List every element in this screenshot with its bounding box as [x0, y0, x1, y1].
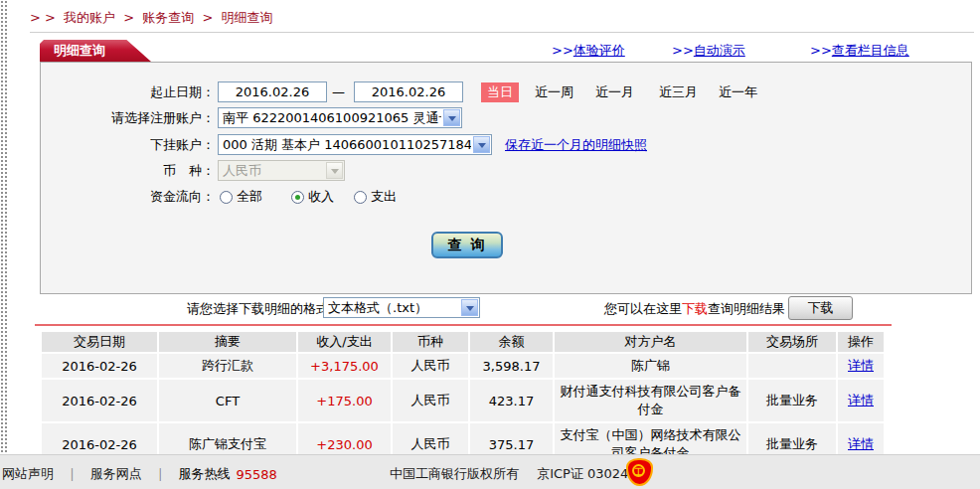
quick-range-today[interactable]: 当日 — [481, 82, 519, 102]
quick-range-year[interactable]: 近一年 — [719, 83, 757, 101]
quick-range-week[interactable]: 近一周 — [535, 83, 573, 101]
site-statement-link[interactable]: 网站声明 — [2, 465, 54, 483]
hotline-label: 服务热线 — [178, 465, 230, 483]
cell-currency: 人民币 — [393, 354, 468, 378]
sub-account-value: 000 活期 基本户 1406600101102571848 — [223, 135, 471, 154]
link-prefix: >> — [810, 43, 832, 58]
sub-account-row: 下挂账户： 000 活期 基本户 1406600101102571848 保存近… — [41, 134, 971, 156]
download-hint-after: 查询明细结果 — [708, 301, 785, 316]
breadcrumb-separator: > — [202, 10, 213, 25]
col-header-balance: 余额 — [470, 332, 553, 352]
quick-range-month[interactable]: 近一月 — [595, 83, 634, 101]
breadcrumb-item-detail-query[interactable]: 明细查询 — [221, 10, 272, 25]
download-format-select[interactable]: 文本格式（.txt） — [323, 297, 480, 318]
col-header-amount: 收入/支出 — [298, 332, 391, 352]
cell-balance: 423.17 — [470, 380, 553, 421]
detail-link[interactable]: 详情 — [848, 393, 874, 408]
auto-demo-link[interactable]: >>自动演示 — [672, 42, 745, 60]
cell-amount: +175.00 — [298, 380, 391, 421]
link-label: 体验评价 — [573, 43, 625, 58]
col-header-counterparty: 对方户名 — [555, 332, 746, 352]
table-header-row: 交易日期 摘要 收入/支出 币种 余额 对方户名 交易场所 操作 — [42, 332, 884, 352]
download-button[interactable]: 下载 — [788, 296, 853, 320]
date-range-dash: — — [332, 82, 345, 103]
registered-account-label: 请选择注册账户： — [41, 107, 215, 129]
header-divider — [30, 32, 974, 33]
radio-icon — [291, 191, 304, 204]
cell-currency: 人民币 — [393, 380, 468, 421]
cell-balance: 3,598.17 — [470, 354, 553, 378]
link-prefix: >> — [552, 43, 573, 58]
cell-venue: 批量业务 — [748, 380, 836, 421]
date-range-label: 起止日期： — [41, 82, 215, 103]
col-header-venue: 交易场所 — [748, 332, 836, 352]
date-to-input[interactable] — [354, 82, 463, 102]
left-dotted-divider — [0, 0, 7, 455]
table-row: 2016-02-26 跨行汇款 +3,175.00 人民币 3,598.17 陈… — [42, 354, 884, 378]
radio-icon — [354, 191, 367, 204]
link-label: 自动演示 — [694, 43, 745, 58]
query-button[interactable]: 查 询 — [431, 232, 503, 258]
link-prefix: >> — [672, 43, 694, 58]
cell-venue — [748, 354, 836, 378]
flow-radio-income-label: 收入 — [308, 188, 334, 206]
service-branches-link[interactable]: 服务网点 — [90, 465, 142, 483]
col-header-action: 操作 — [838, 332, 884, 352]
page: > > 我的账户 > 账务查询 > 明细查询 明细查询 >>体验评价 >>自动演… — [0, 0, 980, 489]
date-from-input[interactable] — [218, 82, 327, 102]
footer: 网站声明 ｜ 服务网点 ｜ 服务热线 95588 中国工商银行版权所有 京ICP… — [0, 454, 980, 489]
footer-separator: ｜ — [66, 465, 79, 483]
radio-icon — [220, 191, 233, 204]
cell-summary: 跨行汇款 — [159, 354, 296, 378]
download-format-value: 文本格式（.txt） — [328, 298, 459, 317]
date-range-row: 起止日期： — 当日 近一周 近一月 近三月 近一年 — [41, 82, 971, 103]
currency-row: 币 种： 人民币 — [41, 160, 971, 182]
detail-link[interactable]: 详情 — [848, 436, 874, 451]
col-header-currency: 币种 — [393, 332, 468, 352]
panel-tab-title: 明细查询 — [40, 40, 151, 62]
flow-radio-all[interactable]: 全部 — [220, 188, 262, 206]
seal-emblem: 工 — [632, 464, 645, 477]
footer-copyright: 中国工商银行版权所有 京ICP证 030247号 — [390, 465, 650, 483]
cell-summary: CFT — [159, 380, 296, 421]
download-inline-link[interactable]: 下载 — [682, 301, 708, 316]
currency-value: 人民币 — [223, 161, 324, 180]
breadcrumb-item-my-account[interactable]: 我的账户 — [64, 10, 115, 25]
sub-account-select[interactable]: 000 活期 基本户 1406600101102571848 — [218, 134, 492, 155]
breadcrumb-separator: > — [123, 10, 134, 25]
footer-separator: ｜ — [154, 465, 167, 483]
registered-account-select[interactable]: 南平 6222001406100921065 灵通卡 — [218, 107, 462, 128]
save-snapshot-link[interactable]: 保存近一个月的明细快照 — [505, 136, 647, 154]
quick-range-quarter[interactable]: 近三月 — [659, 83, 698, 101]
flow-radio-expense[interactable]: 支出 — [354, 188, 397, 206]
cell-amount: +3,175.00 — [298, 354, 391, 378]
breadcrumb-prefix: > > — [30, 10, 56, 25]
download-hint: 您可以在这里下载查询明细结果 — [604, 300, 785, 318]
flow-radio-expense-label: 支出 — [371, 188, 397, 206]
breadcrumb-item-account-query[interactable]: 账务查询 — [142, 10, 194, 25]
flow-radio-income[interactable]: 收入 — [291, 188, 334, 206]
download-format-label: 请您选择下载明细的格式 — [187, 300, 329, 318]
copyright-text: 中国工商银行版权所有 — [390, 466, 519, 481]
chevron-down-icon — [326, 162, 343, 179]
breadcrumb: > > 我的账户 > 账务查询 > 明细查询 — [30, 9, 276, 27]
section-divider-line — [35, 324, 892, 326]
registered-account-value: 南平 6222001406100921065 灵通卡 — [223, 108, 441, 127]
experience-rating-link[interactable]: >>体验评价 — [552, 42, 625, 60]
currency-select: 人民币 — [218, 160, 345, 181]
cell-date: 2016-02-26 — [42, 354, 157, 378]
view-column-info-link[interactable]: >>查看栏目信息 — [810, 42, 909, 60]
registered-account-row: 请选择注册账户： 南平 6222001406100921065 灵通卡 — [41, 107, 971, 129]
currency-label: 币 种： — [41, 160, 215, 182]
hotline-number: 95588 — [236, 467, 276, 482]
flow-direction-row: 资金流向： 全部 收入 支出 — [41, 186, 971, 208]
flow-radio-all-label: 全部 — [237, 188, 262, 206]
detail-link[interactable]: 详情 — [848, 358, 874, 373]
transactions-table: 交易日期 摘要 收入/支出 币种 余额 对方户名 交易场所 操作 2016-02… — [40, 330, 886, 467]
footer-links: 网站声明 ｜ 服务网点 ｜ 服务热线 95588 — [2, 465, 277, 483]
sub-account-label: 下挂账户： — [41, 134, 215, 156]
download-hint-before: 您可以在这里 — [604, 301, 682, 316]
link-label: 查看栏目信息 — [832, 43, 909, 58]
flow-direction-label: 资金流向： — [41, 186, 215, 208]
cell-counterparty: 陈广锦 — [555, 354, 746, 378]
